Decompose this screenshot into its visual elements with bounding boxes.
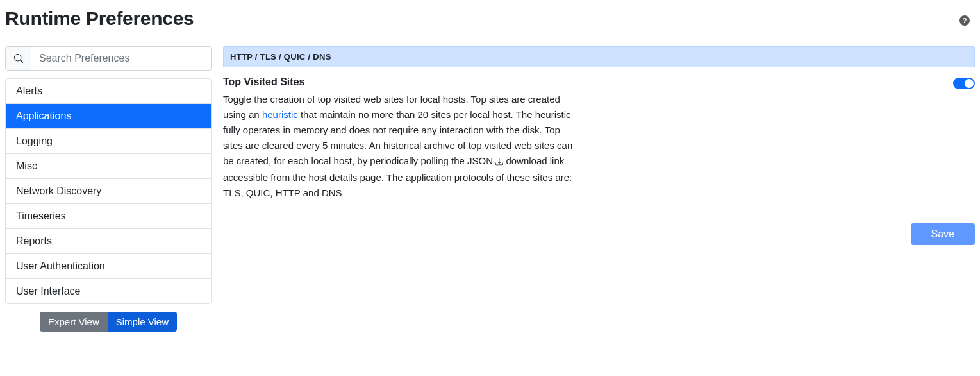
- sidebar-item-reports[interactable]: Reports: [6, 229, 211, 254]
- sidebar-item-alerts[interactable]: Alerts: [6, 79, 211, 104]
- sidebar-item-applications[interactable]: Applications: [6, 104, 211, 129]
- page-title: Runtime Preferences: [5, 8, 194, 30]
- top-visited-sites-toggle[interactable]: [953, 78, 975, 89]
- view-toggle: Expert View Simple View: [5, 312, 212, 332]
- help-icon[interactable]: ?: [959, 15, 970, 26]
- setting-top-visited-sites: Top Visited Sites Toggle the creation of…: [223, 67, 975, 214]
- toggle-knob: [965, 79, 974, 88]
- sidebar-item-misc[interactable]: Misc: [6, 154, 211, 179]
- heuristic-link[interactable]: heuristic: [262, 109, 298, 120]
- setting-description: Toggle the creation of top visited web s…: [223, 92, 582, 201]
- sidebar-nav: Alerts Applications Logging Misc Network…: [5, 78, 212, 304]
- sidebar-item-user-interface[interactable]: User Interface: [6, 279, 211, 303]
- search-group: [5, 46, 212, 71]
- divider: [5, 341, 975, 341]
- simple-view-button[interactable]: Simple View: [108, 312, 177, 332]
- sidebar-item-logging[interactable]: Logging: [6, 129, 211, 154]
- section-header: HTTP / TLS / QUIC / DNS: [223, 46, 975, 67]
- save-button[interactable]: Save: [911, 223, 975, 245]
- sidebar-item-user-authentication[interactable]: User Authentication: [6, 254, 211, 279]
- search-icon: [6, 47, 31, 70]
- sidebar-item-timeseries[interactable]: Timeseries: [6, 204, 211, 229]
- search-input[interactable]: [31, 47, 211, 70]
- sidebar-item-network-discovery[interactable]: Network Discovery: [6, 179, 211, 204]
- setting-title: Top Visited Sites: [223, 76, 582, 88]
- expert-view-button[interactable]: Expert View: [40, 312, 108, 332]
- download-icon: [495, 155, 503, 170]
